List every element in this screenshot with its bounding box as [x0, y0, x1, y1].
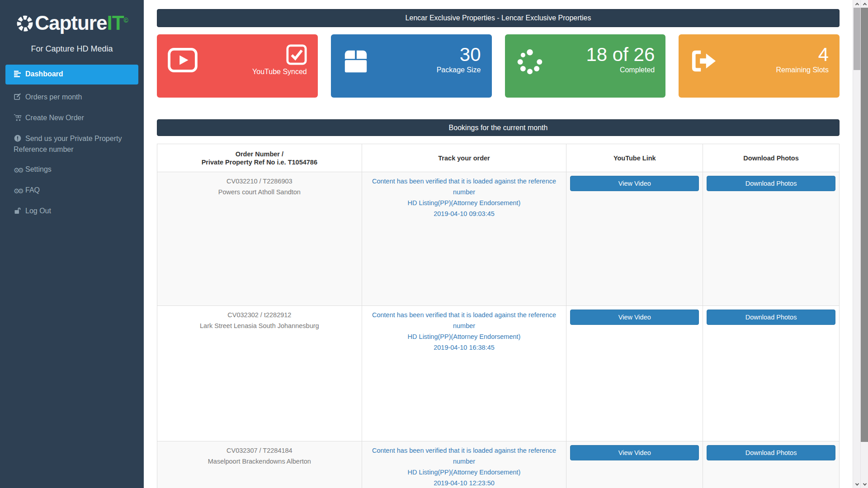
column-header-order-number: Order Number / Private Property Ref No i… — [157, 144, 362, 172]
content-scrollbar[interactable] — [853, 0, 860, 488]
sign-out-icon — [689, 48, 717, 76]
status-link[interactable]: Content has been verified that it is loa… — [366, 310, 563, 331]
aperture-icon — [16, 14, 34, 37]
track-cell: Content has been verified that it is loa… — [362, 441, 566, 488]
edit-square-icon — [14, 93, 22, 103]
download-photos-button[interactable]: Download Photos — [707, 310, 835, 325]
scroll-up-icon[interactable] — [861, 0, 868, 8]
track-cell: Content has been verified that it is loa… — [362, 172, 566, 306]
bookings-section-title: Bookings for the current month — [157, 119, 840, 136]
table-row: CV032302 / t2282912 Lark Street Lenasia … — [157, 306, 840, 441]
sidebar-item-settings[interactable]: ⚙⚙Settings — [0, 160, 144, 180]
window-scrollbar[interactable] — [860, 0, 868, 488]
sidebar-item-label: Send us your Private Property Reference … — [14, 135, 122, 153]
stat-value: 30 — [437, 44, 481, 65]
status-link[interactable]: Content has been verified that it is loa… — [366, 445, 563, 467]
sidebar-item-orders-per-month[interactable]: Orders per month — [0, 87, 144, 108]
main-content: Lencar Exclusive Properties - Lencar Exc… — [144, 0, 853, 488]
stat-label: YouTube Synced — [252, 68, 307, 76]
status-link[interactable]: Content has been verified that it is loa… — [366, 176, 563, 197]
bookings-table: Order Number / Private Property Ref No i… — [157, 144, 840, 488]
view-video-button[interactable]: View Video — [570, 310, 699, 325]
order-number: CV032307 / T2284184 — [161, 445, 358, 456]
scroll-down-icon[interactable] — [853, 480, 861, 488]
stat-label: Package Size — [437, 66, 481, 74]
cart-plus-icon — [14, 114, 22, 124]
sidebar: CaptureIT© For Capture HD Media Dashboar… — [0, 0, 144, 488]
listing-type[interactable]: HD Listing(PP)(Attorney Endorsement) — [366, 197, 563, 208]
brand-tagline: For Capture HD Media — [0, 44, 144, 54]
scrollbar-thumb[interactable] — [854, 8, 860, 70]
column-header-line: Private Property Ref No i.e. T1054786 — [161, 158, 358, 166]
stat-label: Remaining Slots — [776, 66, 829, 74]
stat-label: Completed — [586, 66, 655, 74]
timestamp: 2019-04-10 09:03:45 — [366, 208, 563, 219]
stat-card-remaining-slots: 4 Remaining Slots — [679, 34, 840, 98]
view-video-button[interactable]: View Video — [570, 445, 699, 460]
order-number: CV032210 / T2286903 — [161, 176, 358, 187]
timestamp: 2019-04-10 12:23:50 — [366, 478, 563, 488]
stat-cards: YouTube Synced 30 Package Size 18 of 26 — [157, 34, 840, 98]
sidebar-item-label: Dashboard — [25, 70, 63, 78]
stat-card-youtube-synced: YouTube Synced — [157, 34, 318, 98]
sidebar-item-label: Orders per month — [25, 93, 82, 101]
table-row: CV032307 / T2284184 Maselpoort Brackendo… — [157, 441, 840, 488]
brand-logo: CaptureIT© For Capture HD Media — [0, 0, 144, 54]
youtube-cell: View Video — [566, 441, 703, 488]
sidebar-nav: Dashboard Orders per month Create New Or… — [0, 65, 144, 222]
track-cell: Content has been verified that it is loa… — [362, 306, 566, 441]
logo-capture: Capture — [35, 12, 107, 34]
order-address: Lark Street Lenasia South Johannesburg — [161, 320, 358, 331]
table-row: CV032210 / T2286903 Powers court Atholl … — [157, 172, 840, 306]
stat-card-package-size: 30 Package Size — [331, 34, 492, 98]
checkbox-checked-icon — [252, 44, 307, 67]
order-address: Powers court Atholl Sandton — [161, 187, 358, 197]
sidebar-item-label: Create New Order — [25, 114, 84, 122]
listing-type[interactable]: HD Listing(PP)(Attorney Endorsement) — [366, 331, 563, 342]
logo-it: IT — [107, 12, 123, 34]
align-left-icon — [14, 70, 22, 80]
sidebar-item-label: Log Out — [25, 207, 51, 215]
gears-icon: ⚙⚙ — [14, 165, 22, 175]
sidebar-item-log-out[interactable]: Log Out — [0, 201, 144, 222]
stat-value: 4 — [776, 44, 829, 65]
download-cell: Download Photos — [703, 441, 840, 488]
sidebar-item-create-new-order[interactable]: Create New Order — [0, 108, 144, 129]
scroll-down-icon[interactable] — [861, 480, 868, 488]
gears-icon: ⚙⚙ — [14, 186, 22, 196]
sidebar-item-faq[interactable]: ⚙⚙FAQ — [0, 180, 144, 201]
package-icon — [342, 48, 370, 76]
order-address: Maselpoort Brackendowns Alberton — [161, 456, 358, 467]
youtube-play-icon — [168, 48, 198, 74]
view-video-button[interactable]: View Video — [570, 176, 699, 191]
order-cell: CV032302 / t2282912 Lark Street Lenasia … — [157, 306, 362, 441]
listing-type[interactable]: HD Listing(PP)(Attorney Endorsement) — [366, 467, 563, 478]
order-cell: CV032307 / T2284184 Maselpoort Brackendo… — [157, 441, 362, 488]
order-cell: CV032210 / T2286903 Powers court Atholl … — [157, 172, 362, 306]
download-photos-button[interactable]: Download Photos — [707, 176, 835, 191]
sidebar-item-dashboard[interactable]: Dashboard — [5, 65, 138, 84]
column-header-line: Order Number / — [161, 150, 358, 158]
column-header-track-order: Track your order — [362, 144, 566, 172]
sidebar-item-label: Settings — [25, 165, 52, 173]
logo-copyright: © — [124, 17, 128, 24]
scrollbar-thumb[interactable] — [861, 8, 868, 442]
sidebar-item-send-pp-reference[interactable]: Send us your Private Property Reference … — [0, 129, 144, 160]
spinner-icon — [516, 48, 544, 78]
column-header-download-photos: Download Photos — [703, 144, 840, 172]
scrollbars — [853, 0, 868, 488]
timestamp: 2019-04-10 16:38:45 — [366, 342, 563, 353]
youtube-cell: View Video — [566, 172, 703, 306]
download-cell: Download Photos — [703, 306, 840, 441]
download-cell: Download Photos — [703, 172, 840, 306]
logo-text: CaptureIT© — [0, 12, 144, 37]
app-window: CaptureIT© For Capture HD Media Dashboar… — [0, 0, 868, 488]
scroll-up-icon[interactable] — [853, 0, 861, 8]
order-number: CV032302 / t2282912 — [161, 310, 358, 320]
unlock-icon — [14, 207, 22, 217]
sidebar-item-label: FAQ — [25, 186, 40, 194]
exclamation-circle-icon — [14, 135, 22, 145]
column-header-youtube-link: YouTube Link — [566, 144, 703, 172]
download-photos-button[interactable]: Download Photos — [707, 445, 835, 460]
table-header-row: Order Number / Private Property Ref No i… — [157, 144, 840, 172]
